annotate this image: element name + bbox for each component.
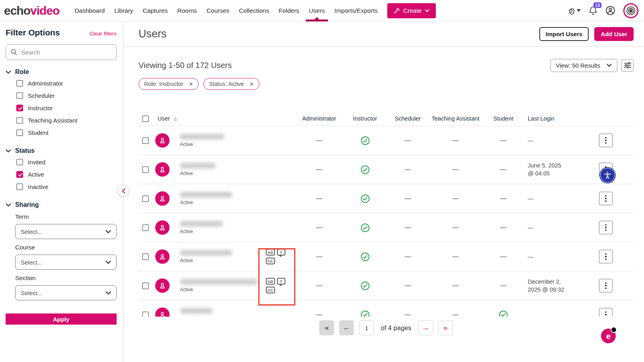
nav-item-courses[interactable]: Courses bbox=[203, 0, 233, 21]
role-section-header[interactable]: Role bbox=[6, 68, 117, 76]
wand-icon bbox=[394, 8, 400, 14]
row-actions-button[interactable] bbox=[599, 134, 613, 147]
filter-option-active[interactable]: Active bbox=[16, 168, 117, 181]
checkbox[interactable] bbox=[16, 159, 23, 165]
settings-menu[interactable] bbox=[566, 6, 581, 15]
nav-item-rooms[interactable]: Rooms bbox=[174, 0, 200, 21]
filter-option-scheduler[interactable]: Scheduler bbox=[16, 90, 117, 102]
row-actions-button[interactable] bbox=[599, 221, 613, 234]
nav-item-collections[interactable]: Collections bbox=[236, 0, 272, 21]
sidebar-search[interactable] bbox=[6, 44, 117, 60]
term-select[interactable]: Select... bbox=[15, 224, 117, 239]
next-page-button[interactable]: → bbox=[418, 320, 433, 335]
chevron-left-icon bbox=[122, 188, 125, 194]
table-row: Active ADTCC ————December 2, 2025 @ 09:3… bbox=[139, 271, 634, 300]
row-checkbox[interactable] bbox=[142, 282, 149, 289]
last-page-button[interactable]: » bbox=[438, 320, 453, 335]
user-avatar-menu[interactable] bbox=[623, 3, 638, 18]
sharing-section-header[interactable]: Sharing bbox=[6, 201, 117, 208]
echovideo-logo[interactable]: echovideo bbox=[4, 4, 59, 18]
column-header-scheduler: Scheduler bbox=[387, 115, 429, 122]
select-all-checkbox[interactable] bbox=[142, 115, 149, 122]
row-actions-button[interactable] bbox=[599, 250, 613, 263]
remove-chip-icon[interactable]: ✕ bbox=[189, 81, 193, 87]
term-label: Term bbox=[15, 213, 117, 220]
role-disabled-dash: — bbox=[405, 311, 411, 317]
add-user-button[interactable]: Add User bbox=[594, 27, 634, 41]
sidebar-collapse-button[interactable] bbox=[118, 186, 129, 196]
row-checkbox[interactable] bbox=[142, 195, 149, 202]
nav-item-folders[interactable]: Folders bbox=[275, 0, 302, 21]
filter-option-student[interactable]: Student bbox=[16, 127, 117, 139]
status-options: InvitedActiveInactive bbox=[16, 156, 117, 193]
user-avatar bbox=[155, 278, 170, 293]
accessibility-widget-button[interactable] bbox=[599, 167, 616, 183]
checkbox[interactable] bbox=[16, 171, 23, 178]
role-disabled-dash: — bbox=[453, 253, 459, 260]
table-row: Active ADTCC ————— bbox=[139, 242, 634, 271]
checkbox[interactable] bbox=[16, 183, 23, 190]
media-badges: ADTCC bbox=[266, 249, 288, 265]
row-checkbox[interactable] bbox=[142, 253, 149, 260]
create-button[interactable]: Create bbox=[387, 3, 436, 18]
chevron-down-icon bbox=[105, 291, 111, 295]
table-settings-button[interactable] bbox=[621, 59, 634, 72]
role-disabled-dash: — bbox=[453, 224, 459, 231]
role-disabled-dash: — bbox=[453, 195, 459, 202]
person-icon bbox=[158, 195, 166, 202]
filter-chip-role-instructor: Role: Instructor✕ bbox=[139, 78, 199, 90]
filter-option-instructor[interactable]: Instructor bbox=[16, 102, 117, 114]
page-number-input[interactable] bbox=[359, 320, 374, 335]
checkbox[interactable] bbox=[16, 80, 23, 87]
person-icon bbox=[158, 253, 166, 261]
row-checkbox[interactable] bbox=[142, 166, 149, 173]
main-content: Users Import Users Add User Viewing 1-50… bbox=[123, 21, 644, 362]
nav-item-users[interactable]: Users bbox=[306, 0, 328, 21]
course-select[interactable]: Select... bbox=[15, 255, 117, 270]
user-status-label: Active bbox=[180, 229, 193, 234]
chat-widget-button[interactable]: e bbox=[601, 329, 616, 343]
filter-option-teaching-assistant[interactable]: Teaching Assistant bbox=[16, 114, 117, 127]
table-header: User △ Administrator Instructor Schedule… bbox=[139, 111, 634, 126]
row-actions-button[interactable] bbox=[599, 192, 613, 205]
checkbox[interactable] bbox=[16, 117, 23, 124]
row-checkbox[interactable] bbox=[142, 137, 149, 144]
filter-chip-status-active: Status: Active✕ bbox=[203, 78, 260, 90]
first-page-button[interactable]: « bbox=[319, 320, 334, 335]
checkbox[interactable] bbox=[16, 92, 23, 99]
checkbox[interactable] bbox=[16, 105, 23, 111]
remove-chip-icon[interactable]: ✕ bbox=[250, 81, 254, 87]
status-section-header[interactable]: Status bbox=[6, 147, 117, 154]
table-row: Active ————June 5, 2025 @ 04:05 bbox=[139, 155, 634, 184]
audio-description-badge: AD bbox=[266, 249, 275, 256]
filter-option-inactive[interactable]: Inactive bbox=[16, 181, 117, 193]
table-row: Active ————— bbox=[139, 184, 634, 213]
filter-option-administrator[interactable]: Administrator bbox=[16, 77, 117, 90]
person-icon bbox=[158, 224, 166, 232]
transcript-badge: T bbox=[277, 278, 285, 285]
clear-filters-link[interactable]: Clear filters bbox=[90, 31, 117, 37]
filter-option-invited[interactable]: Invited bbox=[16, 156, 117, 168]
user-name-redacted bbox=[180, 192, 232, 198]
role-disabled-dash: — bbox=[405, 195, 411, 202]
row-checkbox[interactable] bbox=[142, 311, 149, 317]
nav-item-captures[interactable]: Captures bbox=[140, 0, 171, 21]
row-actions-button[interactable] bbox=[599, 279, 613, 292]
section-select[interactable]: Select... bbox=[15, 285, 117, 300]
nav-item-library[interactable]: Library bbox=[111, 0, 136, 21]
previous-page-button[interactable]: ← bbox=[339, 320, 354, 335]
checkbox[interactable] bbox=[16, 129, 23, 136]
nav-item-dashboard[interactable]: Dashboard bbox=[71, 0, 108, 21]
user-status-label: Active bbox=[180, 316, 193, 317]
sort-ascending-icon[interactable]: △ bbox=[174, 117, 177, 121]
account-button[interactable] bbox=[605, 6, 615, 16]
row-checkbox[interactable] bbox=[142, 224, 149, 231]
row-actions-button[interactable] bbox=[599, 308, 613, 317]
nav-item-imports-exports[interactable]: Imports/Exports bbox=[331, 0, 381, 21]
apply-filters-button[interactable]: Apply bbox=[6, 313, 117, 325]
import-users-button[interactable]: Import Users bbox=[539, 27, 589, 41]
search-input[interactable] bbox=[21, 49, 111, 56]
view-results-select[interactable]: View: 50 Results bbox=[550, 59, 617, 72]
notifications-button[interactable]: 13 bbox=[589, 6, 597, 16]
column-header-user[interactable]: User bbox=[158, 115, 170, 122]
